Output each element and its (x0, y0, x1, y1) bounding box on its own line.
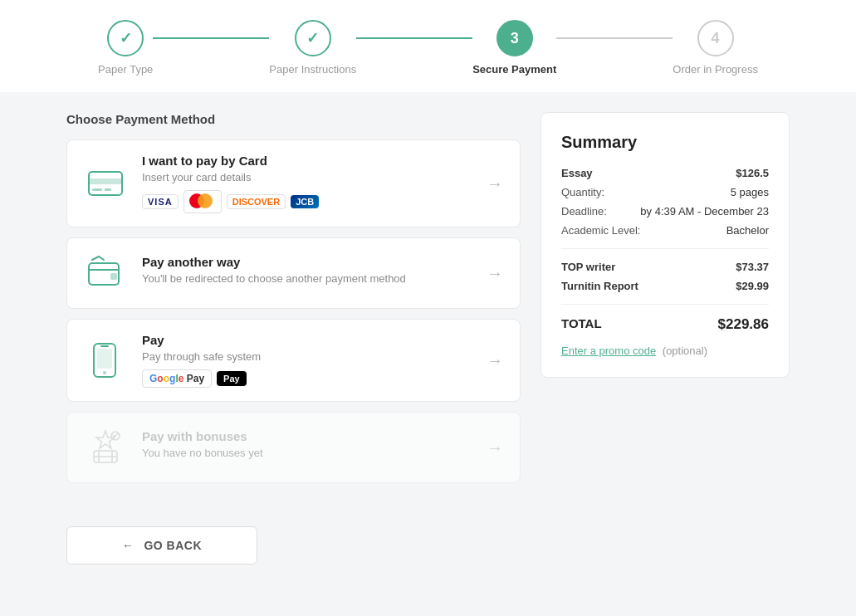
summary-divider-2 (561, 304, 769, 305)
another-payment-subtitle: You'll be redirected to choose another p… (142, 272, 477, 285)
mc-circles (189, 193, 216, 209)
bonus-payment-subtitle: You have no bonuses yet (142, 447, 477, 459)
step-3-circle: 3 (496, 20, 533, 56)
summary-deadline-row: Deadline: by 4:39 AM - December 23 (561, 205, 769, 218)
digital-payment-title: Pay (142, 333, 477, 347)
payment-method-card[interactable]: I want to pay by Card Insert your card d… (66, 139, 521, 227)
bonus-payment-title: Pay with bonuses (142, 429, 477, 443)
another-payment-arrow: → (487, 264, 503, 283)
summary-deadline-value: by 4:39 AM - December 23 (640, 205, 769, 218)
promo-optional-text: (optional) (663, 345, 707, 357)
payment-method-digital[interactable]: Pay Pay through safe system Google Pay P… (66, 319, 521, 402)
step-1-label: Paper Type (98, 63, 153, 76)
svg-rect-1 (89, 178, 122, 184)
card-payment-title: I want to pay by Card (142, 154, 477, 168)
back-arrow-icon: ← (122, 539, 135, 552)
section-title: Choose Payment Method (66, 112, 521, 126)
svg-rect-7 (97, 349, 112, 369)
google-pay-logo: Google Pay (142, 369, 212, 388)
summary-quantity-row: Quantity: 5 pages (561, 186, 769, 198)
step-3-label: Secure Payment (472, 63, 556, 76)
summary-turnitin-label: Turnitin Report (561, 280, 638, 292)
connector-1-2 (153, 37, 269, 39)
payment-method-bonuses[interactable]: Pay with bonuses You have no bonuses yet… (66, 412, 521, 483)
step-2-label: Paper Instructions (269, 63, 356, 76)
summary-deadline-label: Deadline: (561, 205, 607, 218)
summary-top-writer-label: TOP writer (561, 261, 615, 273)
svg-point-8 (103, 371, 106, 374)
bonus-payment-body: Pay with bonuses You have no bonuses yet (142, 429, 477, 466)
connector-3-4 (556, 37, 673, 39)
svg-rect-2 (92, 188, 102, 191)
connector-2-3 (356, 37, 472, 39)
step-1-circle: ✓ (107, 20, 144, 56)
svg-rect-5 (110, 273, 117, 280)
main-content: Choose Payment Method I want to pay by C… (0, 92, 856, 513)
bonus-payment-icon (84, 426, 127, 469)
step-paper-instructions: ✓ Paper Instructions (269, 20, 356, 76)
back-section: ← GO BACK (0, 513, 856, 598)
summary-top-writer-row: TOP writer $73.37 (561, 261, 769, 273)
payment-method-another[interactable]: Pay another way You'll be redirected to … (66, 237, 521, 309)
bonus-payment-arrow: → (487, 438, 503, 457)
step-2-circle: ✓ (295, 20, 331, 56)
wallet-payment-icon (84, 252, 127, 295)
apple-pay-logo: Pay (217, 371, 247, 386)
promo-code-link[interactable]: Enter a promo code (561, 345, 656, 357)
card-payment-arrow: → (487, 174, 503, 193)
summary-divider-1 (561, 248, 769, 249)
step-order-in-progress: 4 Order in Progress (673, 20, 758, 76)
summary-essay-row: Essay $126.5 (561, 167, 769, 179)
digital-payment-arrow: → (487, 351, 503, 370)
summary-panel: Summary Essay $126.5 Quantity: 5 pages D… (541, 112, 790, 378)
summary-total-row: TOTAL $229.86 (561, 316, 769, 333)
go-back-button[interactable]: ← GO BACK (66, 526, 257, 565)
step-paper-type: ✓ Paper Type (98, 20, 153, 76)
summary-essay-label: Essay (561, 167, 593, 179)
summary-top-writer-value: $73.37 (736, 261, 769, 273)
svg-rect-3 (105, 188, 111, 191)
another-payment-body: Pay another way You'll be redirected to … (142, 255, 477, 291)
back-button-label: GO BACK (144, 539, 202, 552)
stepper: ✓ Paper Type ✓ Paper Instructions 3 Secu… (0, 0, 856, 92)
summary-turnitin-row: Turnitin Report $29.99 (561, 280, 769, 292)
left-panel: Choose Payment Method I want to pay by C… (66, 112, 521, 493)
card-payment-subtitle: Insert your card details (142, 171, 477, 183)
promo-code-row: Enter a promo code (optional) (561, 345, 769, 357)
mastercard-logo (183, 190, 222, 213)
digital-payment-body: Pay Pay through safe system Google Pay P… (142, 333, 477, 388)
card-payment-body: I want to pay by Card Insert your card d… (142, 154, 477, 213)
summary-turnitin-value: $29.99 (736, 280, 769, 292)
step-4-label: Order in Progress (673, 63, 758, 76)
card-payment-logos: VISA DISCOVER JCB (142, 190, 477, 213)
digital-payment-subtitle: Pay through safe system (142, 350, 477, 363)
digital-payment-logos: Google Pay Pay (142, 369, 477, 388)
summary-academic-row: Academic Level: Bachelor (561, 224, 769, 237)
jcb-logo: JCB (291, 195, 319, 208)
summary-total-label: TOTAL (561, 316, 602, 333)
summary-quantity-label: Quantity: (561, 186, 604, 198)
mc-right-circle (198, 193, 213, 208)
card-payment-icon (84, 162, 127, 205)
summary-essay-value: $126.5 (736, 167, 769, 179)
digital-payment-icon (84, 339, 127, 382)
summary-title: Summary (561, 133, 769, 152)
discover-logo: DISCOVER (227, 194, 286, 209)
summary-academic-label: Academic Level: (561, 224, 640, 237)
summary-total-value: $229.86 (718, 316, 769, 333)
summary-academic-value: Bachelor (726, 224, 769, 237)
another-payment-title: Pay another way (142, 255, 477, 269)
summary-quantity-value: 5 pages (731, 186, 769, 198)
visa-logo: VISA (142, 194, 179, 209)
step-4-circle: 4 (697, 20, 734, 56)
step-secure-payment: 3 Secure Payment (472, 20, 556, 76)
